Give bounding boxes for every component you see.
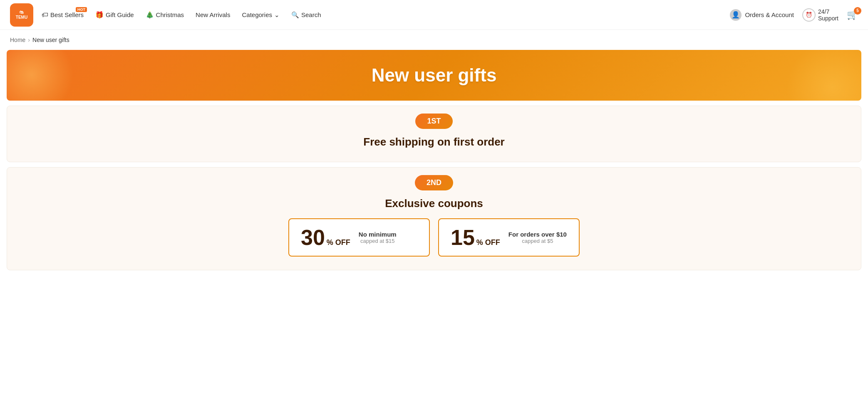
support-label: 24/7 Support (818, 8, 838, 22)
new-user-gifts-banner: New user gifts (7, 50, 861, 101)
coupon-30-off: % OFF (327, 238, 350, 247)
first-order-title: Free shipping on first order (17, 136, 851, 148)
search-label: Search (301, 11, 321, 18)
second-order-card: 2ND Exclusive coupons 30 % OFF No minimu… (7, 167, 861, 270)
header: 🛍 TEMU 🏷 Best Sellers HOT 🎁 Gift Guide 🎄… (0, 0, 868, 30)
nav-item-new-arrivals[interactable]: New Arrivals (191, 9, 235, 21)
main-nav: 🏷 Best Sellers HOT 🎁 Gift Guide 🎄 Christ… (37, 8, 727, 21)
orders-account-button[interactable]: 👤 Orders & Account (730, 9, 794, 21)
coupon-15-sub-text: capped at $5 (508, 238, 567, 244)
coupons-container: 30 % OFF No minimum capped at $15 15 % O… (17, 218, 851, 257)
nav-label-gift-guide: Gift Guide (106, 11, 134, 18)
nav-item-christmas[interactable]: 🎄 Christmas (141, 8, 189, 21)
first-order-card: 1ST Free shipping on first order (7, 106, 861, 162)
orders-account-label: Orders & Account (745, 11, 794, 18)
cart-count-badge: 5 (854, 7, 861, 15)
christmas-icon: 🎄 (146, 11, 154, 19)
breadcrumb-current: New user gifts (32, 37, 69, 43)
breadcrumb: Home › New user gifts (0, 30, 868, 50)
hot-badge: HOT (76, 7, 87, 12)
nav-item-gift-guide[interactable]: 🎁 Gift Guide (90, 8, 139, 21)
nav-label-categories: Categories (242, 11, 272, 18)
nav-label-new-arrivals: New Arrivals (196, 11, 230, 18)
breadcrumb-home[interactable]: Home (10, 37, 25, 43)
header-right: 👤 Orders & Account ⏰ 24/7 Support 🛒 5 (730, 8, 858, 22)
coupon-15-off: % OFF (476, 238, 500, 247)
coupon-15-main-text: For orders over $10 (508, 231, 567, 238)
nav-label-christmas: Christmas (156, 11, 184, 18)
content: 1ST Free shipping on first order 2ND Exc… (7, 106, 861, 270)
banner-title: New user gifts (17, 65, 851, 86)
coupon-30-discount: 30 (301, 227, 325, 248)
breadcrumb-separator: › (28, 37, 30, 43)
coupon-30-details: No minimum capped at $15 (359, 231, 397, 244)
nav-item-best-sellers[interactable]: 🏷 Best Sellers HOT (37, 9, 89, 21)
second-order-title: Exclusive coupons (17, 197, 851, 210)
support-button[interactable]: ⏰ 24/7 Support (802, 8, 838, 22)
best-sellers-icon: 🏷 (42, 11, 48, 19)
search-icon: 🔍 (291, 11, 299, 19)
coupon-30-sub-text: capped at $15 (359, 238, 397, 244)
second-order-badge: 2ND (415, 175, 453, 190)
cart-button[interactable]: 🛒 5 (847, 10, 858, 20)
coupon-15-discount: 15 (451, 227, 475, 248)
nav-label-best-sellers: Best Sellers (50, 11, 84, 18)
search-button[interactable]: 🔍 Search (286, 9, 326, 21)
nav-item-categories[interactable]: Categories ⌄ (237, 9, 285, 21)
coupon-card-15: 15 % OFF For orders over $10 capped at $… (438, 218, 580, 257)
chevron-down-icon: ⌄ (274, 11, 280, 19)
support-circle-icon: ⏰ (802, 8, 816, 22)
logo-text: 🛍 TEMU (16, 10, 27, 20)
temu-logo[interactable]: 🛍 TEMU (10, 3, 33, 27)
gift-guide-icon: 🎁 (95, 11, 104, 19)
coupon-15-details: For orders over $10 capped at $5 (508, 231, 567, 244)
first-order-badge: 1ST (415, 114, 452, 129)
coupon-30-main-text: No minimum (359, 231, 397, 238)
user-avatar-icon: 👤 (730, 9, 742, 21)
coupon-card-30: 30 % OFF No minimum capped at $15 (288, 218, 430, 257)
